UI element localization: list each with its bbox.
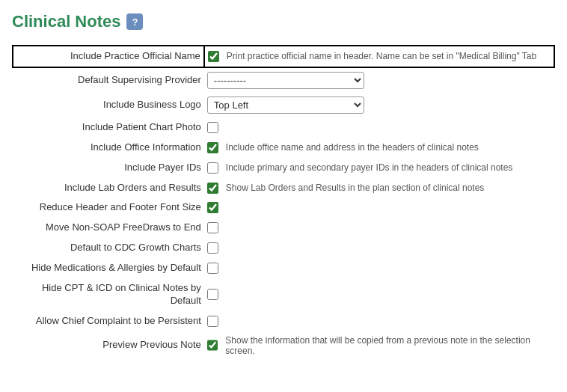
page-title: Clinical Notes — [12, 12, 120, 31]
control-cell-hide-medications-allergies — [204, 258, 554, 278]
checkbox-include-office-information[interactable] — [207, 142, 218, 153]
label-reduce-header-footer-font-size: Reduce Header and Footer Font Size — [13, 197, 204, 218]
label-default-supervising-provider: Default Supervising Provider — [13, 67, 204, 93]
label-preview-previous-note: Preview Previous Note — [13, 331, 204, 360]
description-include-lab-orders-and-results: Show Lab Orders and Results in the plan … — [226, 183, 485, 193]
checkbox-hide-cpt-icd[interactable] — [207, 289, 218, 300]
description-include-payer-ids: Include primary and secondary payer IDs … — [226, 162, 513, 173]
description-preview-previous-note: Show the information that will be copied… — [225, 335, 551, 356]
control-cell-include-patient-chart-photo — [204, 117, 554, 138]
control-cell-move-non-soap-freedraws — [204, 218, 554, 238]
checkbox-move-non-soap-freedraws[interactable] — [207, 222, 218, 233]
checkbox-reduce-header-footer-font-size[interactable] — [207, 202, 218, 213]
control-cell-default-supervising-provider: ---------- — [204, 67, 554, 93]
control-cell-include-business-logo: Top Left — [204, 93, 554, 117]
label-include-business-logo: Include Business Logo — [13, 93, 204, 117]
checkbox-allow-chief-complaint[interactable] — [207, 316, 218, 327]
label-include-lab-orders-and-results: Include Lab Orders and Results — [13, 178, 204, 198]
setting-row-move-non-soap-freedraws: Move Non-SOAP FreeDraws to End — [13, 218, 554, 238]
description-include-practice-official-name: Print practice official name in header. … — [227, 51, 536, 61]
checkbox-include-lab-orders-and-results[interactable] — [207, 183, 218, 194]
checkbox-hide-medications-allergies[interactable] — [207, 263, 218, 274]
setting-row-allow-chief-complaint: Allow Chief Complaint to be Persistent — [13, 311, 554, 331]
label-include-payer-ids: Include Payer IDs — [13, 158, 204, 178]
control-cell-reduce-header-footer-font-size — [204, 197, 554, 218]
control-cell-include-practice-official-name: Print practice official name in header. … — [204, 46, 554, 67]
checkbox-include-payer-ids[interactable] — [207, 162, 218, 174]
setting-row-hide-medications-allergies: Hide Medications & Allergies by Default — [13, 258, 554, 278]
setting-row-include-patient-chart-photo: Include Patient Chart Photo — [13, 117, 554, 138]
select-include-business-logo[interactable]: Top Left — [207, 97, 364, 114]
setting-row-default-cdc-growth-charts: Default to CDC Growth Charts — [13, 238, 554, 258]
label-include-practice-official-name: Include Practice Official Name — [13, 46, 204, 67]
setting-row-default-supervising-provider: Default Supervising Provider---------- — [13, 67, 554, 93]
control-cell-preview-previous-note: Show the information that will be copied… — [204, 331, 554, 360]
setting-row-include-business-logo: Include Business LogoTop Left — [13, 93, 554, 117]
checkbox-default-cdc-growth-charts[interactable] — [207, 242, 218, 254]
checkbox-preview-previous-note[interactable] — [207, 340, 218, 351]
label-move-non-soap-freedraws: Move Non-SOAP FreeDraws to End — [13, 218, 204, 238]
control-cell-allow-chief-complaint — [204, 311, 554, 331]
label-include-patient-chart-photo: Include Patient Chart Photo — [13, 117, 204, 138]
control-cell-include-office-information: Include office name and address in the h… — [204, 138, 554, 158]
label-allow-chief-complaint: Allow Chief Complaint to be Persistent — [13, 311, 204, 331]
label-hide-medications-allergies: Hide Medications & Allergies by Default — [13, 258, 204, 278]
select-default-supervising-provider[interactable]: ---------- — [207, 72, 364, 89]
setting-row-include-payer-ids: Include Payer IDsInclude primary and sec… — [13, 158, 554, 178]
label-include-office-information: Include Office Information — [13, 138, 204, 158]
description-include-office-information: Include office name and address in the h… — [226, 142, 479, 153]
help-icon[interactable]: ? — [126, 13, 143, 30]
control-cell-hide-cpt-icd — [204, 278, 554, 311]
control-cell-include-lab-orders-and-results: Show Lab Orders and Results in the plan … — [204, 178, 554, 198]
label-hide-cpt-icd: Hide CPT & ICD on Clinical Notes by Defa… — [13, 278, 204, 311]
control-cell-include-payer-ids: Include primary and secondary payer IDs … — [204, 158, 554, 178]
setting-row-preview-previous-note: Preview Previous NoteShow the informatio… — [13, 331, 554, 360]
setting-row-reduce-header-footer-font-size: Reduce Header and Footer Font Size — [13, 197, 554, 218]
setting-row-include-practice-official-name: Include Practice Official NamePrint prac… — [13, 46, 554, 67]
label-default-cdc-growth-charts: Default to CDC Growth Charts — [13, 238, 204, 258]
control-cell-default-cdc-growth-charts — [204, 238, 554, 258]
settings-table: Include Practice Official NamePrint prac… — [12, 45, 555, 360]
setting-row-include-lab-orders-and-results: Include Lab Orders and ResultsShow Lab O… — [13, 178, 554, 198]
setting-row-hide-cpt-icd: Hide CPT & ICD on Clinical Notes by Defa… — [13, 278, 554, 311]
checkbox-include-practice-official-name[interactable] — [208, 51, 219, 62]
setting-row-include-office-information: Include Office InformationInclude office… — [13, 138, 554, 158]
checkbox-include-patient-chart-photo[interactable] — [207, 122, 218, 133]
